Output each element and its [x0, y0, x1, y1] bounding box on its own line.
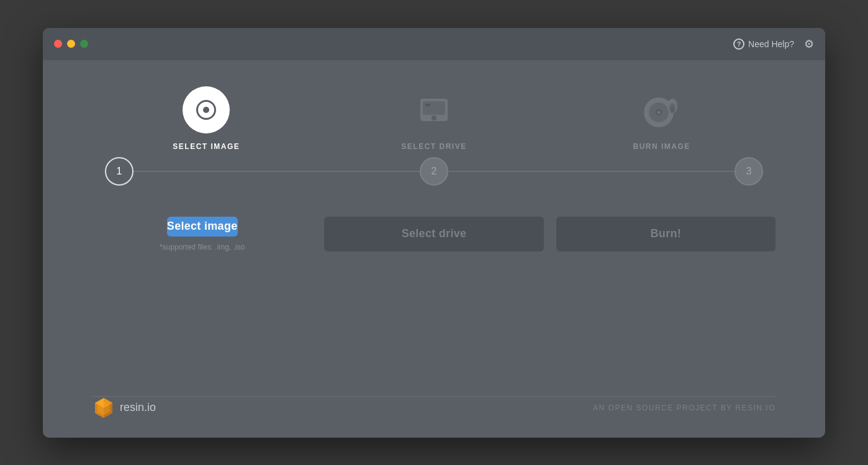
- select-drive-button: Select drive: [324, 217, 543, 251]
- resin-logo-icon: [93, 397, 115, 419]
- select-image-label: SELECT IMAGE: [173, 142, 240, 151]
- settings-icon[interactable]: ⚙: [804, 37, 814, 51]
- traffic-lights: [54, 40, 88, 48]
- svg-point-10: [671, 107, 674, 113]
- minimize-button[interactable]: [67, 40, 75, 48]
- step-circle-1: 1: [105, 157, 133, 186]
- burn-image-icon-container: [637, 85, 687, 135]
- progress-bar-section: 1 2 3: [93, 157, 775, 186]
- logo-text: resin.io: [120, 401, 156, 414]
- help-icon: ?: [733, 38, 744, 50]
- footer: resin.io AN OPEN SOURCE PROJECT BY RESIN…: [43, 397, 825, 438]
- select-image-icon: [183, 86, 230, 133]
- titlebar-right: ? Need Help? ⚙: [733, 37, 814, 51]
- svg-rect-1: [423, 101, 445, 115]
- step-circle-3: 3: [735, 157, 763, 186]
- burn-image-label: BURN IMAGE: [633, 142, 690, 151]
- svg-point-2: [432, 115, 436, 120]
- footer-tagline: AN OPEN SOURCE PROJECT BY RESIN.IO: [593, 404, 775, 412]
- step-circle-2: 2: [420, 157, 448, 186]
- burn-button: Burn!: [556, 217, 775, 251]
- svg-rect-3: [425, 104, 430, 106]
- select-image-button[interactable]: Select image: [167, 217, 238, 237]
- burn-icon: [637, 88, 687, 132]
- supported-files-label: *supported files: .img, .iso: [160, 243, 245, 251]
- drive-icon: [412, 88, 456, 132]
- buttons-section: Select image *supported files: .img, .is…: [93, 217, 775, 251]
- logo-container: resin.io: [93, 397, 156, 419]
- maximize-button[interactable]: [80, 40, 88, 48]
- select-image-icon-container: [181, 85, 231, 135]
- step-burn-image: BURN IMAGE: [548, 85, 775, 151]
- step-select-image: SELECT IMAGE: [93, 85, 320, 151]
- main-content: SELECT IMAGE SELECT DRIVE: [43, 60, 825, 396]
- select-drive-icon-container: [409, 85, 459, 135]
- disk-inner: [196, 100, 216, 120]
- svg-point-7: [657, 111, 660, 114]
- select-drive-label: SELECT DRIVE: [401, 142, 466, 151]
- disk-center: [203, 107, 209, 113]
- titlebar: ? Need Help? ⚙: [43, 28, 825, 60]
- step-select-drive: SELECT DRIVE: [320, 85, 548, 151]
- need-help-label: Need Help?: [748, 39, 794, 49]
- steps-icons-row: SELECT IMAGE SELECT DRIVE: [93, 85, 775, 151]
- close-button[interactable]: [54, 40, 62, 48]
- need-help-button[interactable]: ? Need Help?: [733, 38, 794, 50]
- app-window: ? Need Help? ⚙ SELECT IMAGE: [43, 28, 825, 438]
